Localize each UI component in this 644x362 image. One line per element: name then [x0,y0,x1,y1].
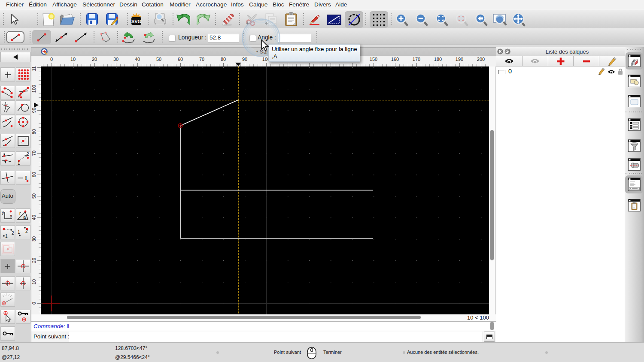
svg-text:1: 1 [18,161,20,166]
svg-text:1: 1 [18,230,20,235]
svg-text:x: x [10,213,12,218]
svg-text:2: 2 [25,229,28,234]
svg-text:SVG: SVG [131,19,141,24]
svg-text:r: r [19,211,21,216]
svg-text:a: a [23,214,26,220]
svg-text:y: y [2,210,4,215]
svg-text:2: 2 [27,152,29,157]
svg-text:1: 1 [5,234,8,238]
svg-text:2: 2 [12,231,14,235]
